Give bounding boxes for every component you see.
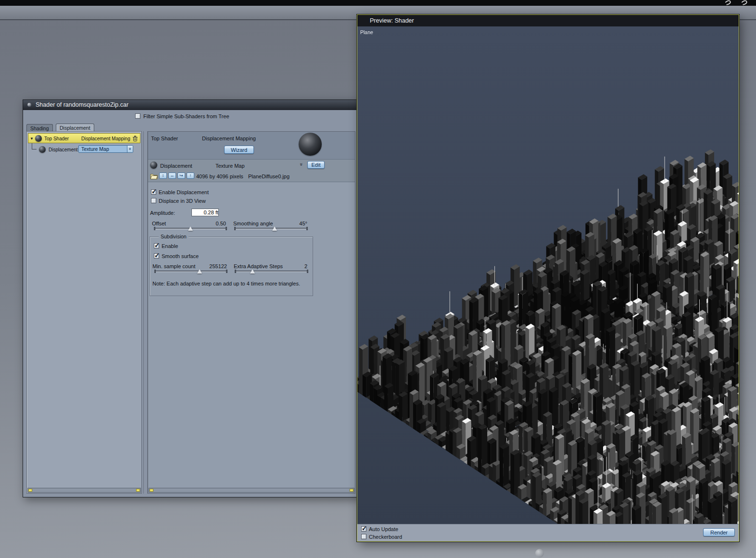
- filter-row: Filter Simple Sub-Shaders from Tree: [23, 110, 359, 123]
- enable-displacement-label: Enable Displacement: [159, 189, 209, 195]
- rotate-icon-button[interactable]: ↪: [177, 173, 185, 179]
- extra-adaptive-steps-value: 2: [297, 263, 307, 269]
- checkerboard-checkbox[interactable]: [361, 534, 366, 539]
- flip-vertical-icon-button[interactable]: ↕: [159, 173, 167, 179]
- detail-displacement-type: Texture Map: [215, 163, 245, 169]
- shader-sphere-icon: [39, 146, 46, 153]
- extra-adaptive-steps-slider-thumb[interactable]: [250, 269, 255, 273]
- shader-sphere-icon: [35, 135, 42, 142]
- offset-slider-thumb[interactable]: [188, 226, 193, 231]
- subdivision-enable-label: Enable: [162, 243, 178, 249]
- offset-slider: [154, 226, 227, 231]
- min-sample-count-slider-thumb[interactable]: [197, 269, 202, 273]
- tree-top-shader-label: Top Shader: [44, 136, 69, 141]
- filter-sub-shaders-checkbox[interactable]: [135, 113, 140, 119]
- render-button[interactable]: Render: [703, 528, 735, 536]
- screen-top-strip: [0, 0, 756, 6]
- slider-cap: [307, 270, 308, 273]
- subdivision-title: Subdivision: [159, 234, 189, 239]
- slider-cap: [234, 227, 236, 230]
- tree-top-shader-type[interactable]: Displacement Mapping: [81, 136, 130, 141]
- scrollbar-left-end[interactable]: [28, 489, 32, 492]
- extra-adaptive-steps-slider: [235, 269, 308, 273]
- shader-window-titlebar[interactable]: Shader of randomsquarestoZip.car: [23, 100, 359, 110]
- preview-window-titlebar[interactable]: Preview: Shader: [357, 15, 739, 26]
- slider-cap: [154, 227, 155, 230]
- smoothing-angle-label: Smoothing angle: [233, 221, 273, 226]
- slider-cap: [226, 227, 227, 230]
- detail-displacement-label: Displacement: [160, 163, 192, 169]
- amplitude-label: Amplitude:: [150, 210, 175, 216]
- slider-track[interactable]: [235, 271, 308, 272]
- desktop-knob-icon: [535, 549, 544, 558]
- shader-window-body: ▼ Top Shader Displacement Mapping: [26, 131, 355, 494]
- preview-viewport-area: Plane: [357, 26, 739, 524]
- subdivision-enable-checkbox[interactable]: [154, 243, 159, 248]
- smooth-surface-checkbox[interactable]: [154, 253, 159, 259]
- scrollbar-left-end[interactable]: [150, 489, 153, 492]
- decorative-swirl-icon: [741, 0, 748, 6]
- shader-tree-panel: ▼ Top Shader Displacement Mapping: [26, 131, 142, 494]
- auto-update-label: Auto Update: [369, 526, 398, 532]
- shader-sphere-icon: [150, 161, 157, 169]
- tree-connector-line: [32, 143, 37, 149]
- auto-update-checkbox[interactable]: [361, 526, 366, 532]
- scrollbar-right-end[interactable]: [136, 489, 140, 492]
- preview-window-title: Preview: Shader: [370, 17, 414, 24]
- slider-cap: [154, 270, 156, 273]
- slider-cap: [235, 270, 236, 273]
- texture-map-dropdown-value: Texture Map: [81, 146, 109, 152]
- smooth-surface-label: Smooth surface: [162, 253, 199, 259]
- smoothing-angle-slider-thumb[interactable]: [272, 226, 277, 231]
- wizard-button[interactable]: Wizard: [224, 146, 254, 154]
- delete-trash-icon[interactable]: [132, 135, 138, 144]
- displace-3d-view-label: Displace in 3D View: [159, 198, 206, 204]
- offset-value: 0.50: [206, 221, 226, 226]
- tree-row-top-shader[interactable]: ▼ Top Shader Displacement Mapping: [28, 133, 140, 143]
- subdivision-note: Note: Each adaptive step can add up to 4…: [152, 281, 300, 286]
- amplitude-input[interactable]: [191, 209, 219, 216]
- detail-top-shader-type: Displacement Mapping: [202, 136, 256, 141]
- tree-displacement-label: Displacement: [49, 147, 78, 152]
- chevron-down-icon[interactable]: »: [127, 146, 133, 152]
- panel-splitter[interactable]: [143, 131, 148, 494]
- min-sample-count-slider: [155, 269, 227, 273]
- filter-sub-shaders-label: Filter Simple Sub-Shaders from Tree: [143, 113, 229, 119]
- scrollbar-right-end[interactable]: [350, 489, 353, 492]
- open-folder-icon-button[interactable]: [150, 173, 158, 181]
- subdivision-groupbox: Subdivision Enable Smooth surface Min. s…: [150, 236, 313, 296]
- edit-button[interactable]: Edit: [307, 161, 325, 169]
- shader-editor-window: Shader of randomsquarestoZip.car Filter …: [23, 99, 359, 497]
- collapse-chevron-icon[interactable]: »: [300, 161, 303, 167]
- min-sample-count-label: Min. sample count: [152, 263, 195, 269]
- displace-3d-view-checkbox[interactable]: [151, 198, 156, 203]
- slider-cap: [306, 227, 308, 230]
- detail-top-shader-label: Top Shader: [151, 136, 178, 141]
- detail-horizontal-scrollbar[interactable]: [149, 488, 354, 493]
- slider-track[interactable]: [235, 228, 307, 229]
- checkerboard-label: Checkerboard: [369, 534, 402, 540]
- extra-adaptive-steps-label: Extra Adaptive Steps: [234, 263, 283, 269]
- top-shader-preview-sphere: [299, 133, 322, 156]
- shader-window-title: Shader of randomsquarestoZip.car: [36, 101, 128, 108]
- min-sample-count-value: 255122: [203, 263, 227, 269]
- tree-horizontal-scrollbar[interactable]: [27, 488, 141, 493]
- preview-bottom-bar: Auto Update Checkerboard Render: [357, 524, 739, 541]
- flip-horizontal-icon-button[interactable]: ↔: [168, 173, 176, 179]
- top-shader-section: Top Shader Displacement Mapping Wizard: [148, 132, 355, 160]
- window-knob-icon[interactable]: [27, 103, 31, 107]
- reload-up-icon-button[interactable]: ↑: [187, 173, 194, 179]
- displacement-settings-section: Enable Displacement Displace in 3D View …: [148, 182, 355, 487]
- tree-row-displacement[interactable]: Displacement Texture Map »: [28, 145, 140, 155]
- decorative-swirl-icon: [724, 0, 732, 6]
- disclosure-triangle-icon[interactable]: ▼: [30, 136, 34, 141]
- enable-displacement-checkbox[interactable]: [151, 189, 156, 195]
- image-file-name: PlaneDiffuse0.jpg: [248, 174, 290, 179]
- displacement-map-section: Displacement Texture Map » Edit ↕ ↔ ↪ ↑ …: [148, 160, 355, 182]
- shader-preview-viewport[interactable]: [357, 26, 739, 524]
- slider-track[interactable]: [155, 271, 227, 272]
- texture-map-dropdown[interactable]: Texture Map »: [78, 145, 133, 153]
- shader-detail-panel: Top Shader Displacement Mapping Wizard D…: [148, 131, 355, 494]
- preview-object-label: Plane: [360, 29, 373, 35]
- smoothing-angle-value: 45°: [288, 221, 307, 226]
